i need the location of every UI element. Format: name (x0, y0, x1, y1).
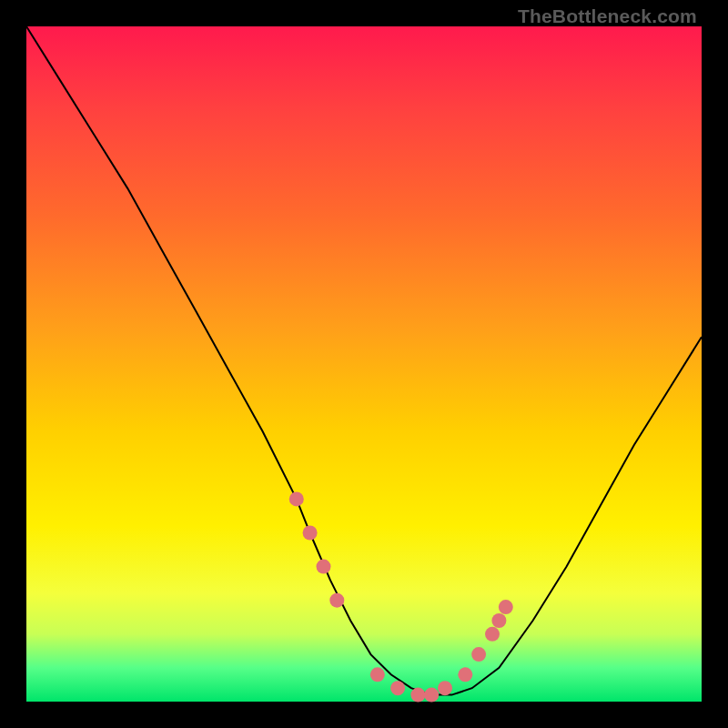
highlight-dot (458, 667, 472, 682)
chart-frame: TheBottleneck.com (0, 0, 728, 728)
plot-area (26, 26, 702, 702)
highlight-dot (317, 560, 331, 574)
highlight-dot (499, 600, 513, 614)
highlight-dot (329, 593, 344, 608)
highlight-dot (485, 627, 500, 642)
curve-svg (26, 26, 702, 702)
highlight-dot (370, 667, 385, 682)
highlight-markers (289, 491, 513, 702)
highlight-dot (410, 688, 425, 703)
source-watermark: TheBottleneck.com (518, 5, 697, 27)
highlight-dot (289, 491, 304, 506)
highlight-dot (303, 526, 318, 541)
highlight-dot (424, 688, 439, 703)
highlight-dot (390, 681, 405, 695)
highlight-dot (491, 613, 506, 628)
highlight-dot (471, 647, 486, 662)
bottleneck-curve (26, 26, 702, 695)
highlight-dot (438, 681, 452, 695)
